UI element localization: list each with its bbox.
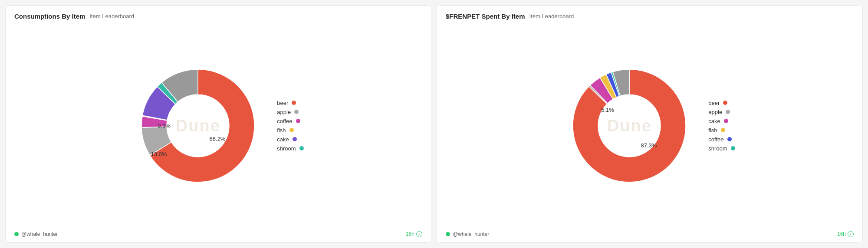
chart-area: 66.2%9.3%13.0%Dune beer apple coffee fis… (14, 23, 422, 228)
card-title: $FRENPET Spent By Item (446, 13, 525, 20)
legend-label: cake (277, 136, 289, 143)
legend-item-coffee: coffee (277, 118, 303, 124)
svg-text:5.1%: 5.1% (601, 107, 614, 113)
legend-dot (723, 101, 727, 105)
svg-text:66.2%: 66.2% (210, 136, 226, 142)
username: @whale_hunter (453, 231, 489, 237)
user-status-dot (14, 232, 19, 236)
legend-dot (292, 101, 296, 105)
chart-legend: beer apple cake fish coffee shroom (708, 100, 735, 152)
card-header: $FRENPET Spent By Item Item Leaderboard (446, 13, 854, 20)
footer-user: @whale_hunter (446, 231, 489, 237)
svg-text:13.0%: 13.0% (151, 151, 167, 157)
chart-card-chart1: Consumptions By Item Item Leaderboard 66… (5, 5, 431, 243)
legend-dot (294, 110, 299, 114)
legend-label: cake (708, 118, 720, 124)
chart-legend: beer apple coffee fish cake shroom (277, 100, 303, 152)
svg-point-2 (168, 95, 228, 156)
card-header: Consumptions By Item Item Leaderboard (14, 13, 422, 20)
svg-text:9.3%: 9.3% (158, 123, 171, 129)
legend-dot (296, 119, 300, 123)
username: @whale_hunter (21, 231, 58, 237)
legend-item-cake: cake (277, 136, 303, 143)
legend-item-coffee: coffee (708, 136, 735, 143)
donut-chart: 87.3%5.1%Dune (564, 61, 694, 191)
legend-label: shroom (708, 145, 727, 152)
user-status-dot (446, 232, 450, 236)
footer-user: @whale_hunter (14, 231, 58, 237)
legend-item-fish: fish (708, 127, 735, 134)
legend-label: beer (708, 100, 720, 106)
legend-label: apple (277, 109, 291, 115)
card-footer: @whale_hunter 16h ✓ (14, 231, 422, 237)
card-subtitle: Item Leaderboard (89, 13, 134, 20)
chart-card-chart2: $FRENPET Spent By Item Item Leaderboard … (437, 5, 863, 243)
card-footer: @whale_hunter 16h ✓ (446, 231, 854, 237)
footer-time: 16h ✓ (837, 231, 854, 237)
svg-text:87.3%: 87.3% (641, 142, 657, 149)
time-label: 16h (837, 231, 846, 237)
legend-label: beer (277, 100, 288, 106)
legend-dot (293, 137, 297, 141)
legend-label: fish (277, 127, 286, 134)
legend-label: shroom (277, 145, 296, 152)
legend-label: fish (708, 127, 717, 134)
footer-time: 16h ✓ (406, 231, 422, 237)
legend-item-cake: cake (708, 118, 735, 124)
check-icon: ✓ (848, 231, 854, 237)
legend-item-shroom: shroom (708, 145, 735, 152)
legend-item-apple: apple (708, 109, 735, 115)
legend-label: apple (708, 109, 722, 115)
legend-dot (299, 146, 304, 150)
legend-dot (726, 110, 730, 114)
legend-dot (731, 146, 735, 150)
legend-label: coffee (277, 118, 292, 124)
legend-item-fish: fish (277, 127, 303, 134)
legend-dot (721, 128, 725, 132)
card-title: Consumptions By Item (14, 13, 85, 20)
legend-item-shroom: shroom (277, 145, 303, 152)
legend-item-beer: beer (277, 100, 303, 106)
card-subtitle: Item Leaderboard (529, 13, 574, 20)
donut-chart: 66.2%9.3%13.0%Dune (133, 61, 263, 191)
legend-item-apple: apple (277, 109, 303, 115)
legend-item-beer: beer (708, 100, 735, 106)
legend-dot (727, 137, 732, 141)
legend-dot (289, 128, 294, 132)
time-label: 16h (406, 231, 414, 237)
chart-area: 87.3%5.1%Dune beer apple cake fish coffe… (446, 23, 854, 228)
check-icon: ✓ (416, 231, 422, 237)
legend-label: coffee (708, 136, 723, 143)
legend-dot (724, 119, 728, 123)
